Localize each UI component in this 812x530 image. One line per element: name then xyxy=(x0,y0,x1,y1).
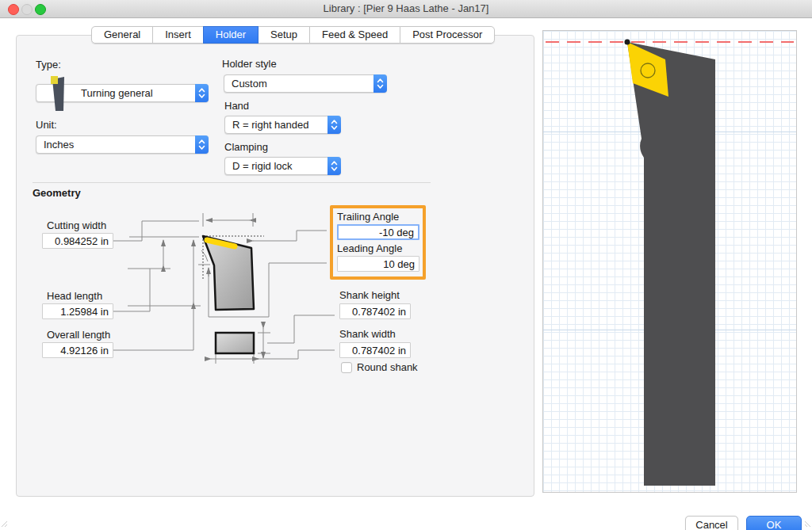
clamping-dropdown[interactable]: D = rigid lock xyxy=(224,157,341,175)
leading-angle-label: Leading Angle xyxy=(337,242,402,254)
head-length-field[interactable] xyxy=(42,303,113,319)
holder-style-label: Holder style xyxy=(222,58,277,70)
ok-button[interactable]: OK xyxy=(746,516,802,530)
geometry-section-title: Geometry xyxy=(33,187,81,199)
head-length-label: Head length xyxy=(47,290,102,302)
cutting-width-field[interactable] xyxy=(42,233,113,249)
hand-dropdown[interactable]: R = right handed xyxy=(224,116,341,134)
stepper-icon[interactable] xyxy=(327,157,341,175)
overall-length-label: Overall length xyxy=(47,329,110,341)
stepper-icon[interactable] xyxy=(195,135,209,154)
shank-height-label: Shank height xyxy=(339,289,400,301)
trailing-angle-field[interactable] xyxy=(337,224,419,240)
title-bar: Library : [Pier 9 Haas Lathe - Jan17] xyxy=(0,0,812,18)
type-label: Type: xyxy=(36,59,61,71)
unit-dropdown[interactable]: Inches xyxy=(36,135,209,154)
leading-angle-field[interactable] xyxy=(337,256,419,272)
tab-general[interactable]: General xyxy=(91,26,153,44)
shank-width-field[interactable] xyxy=(339,342,411,358)
tool-tip-point xyxy=(625,40,630,45)
overall-length-field[interactable] xyxy=(42,342,113,358)
holder-style-value: Custom xyxy=(224,78,373,90)
stepper-icon[interactable] xyxy=(195,84,209,102)
holder-body-shape xyxy=(627,42,715,486)
hand-label: Hand xyxy=(224,100,249,112)
tab-holder[interactable]: Holder xyxy=(203,26,259,44)
window-title: Library : [Pier 9 Haas Lathe - Jan17] xyxy=(0,2,812,14)
tab-feed-speed[interactable]: Feed & Speed xyxy=(309,26,400,44)
tab-insert[interactable]: Insert xyxy=(152,26,204,44)
section-divider xyxy=(33,182,431,183)
shank-width-label: Shank width xyxy=(339,328,396,340)
holder-tab-panel: Type: Turning general Unit: Inches Holde… xyxy=(16,35,534,497)
tab-strip: General Insert Holder Setup Feed & Speed… xyxy=(91,26,495,44)
holder-style-dropdown[interactable]: Custom xyxy=(224,74,387,93)
resize-grip-left[interactable] xyxy=(1,520,9,528)
tab-post-processor[interactable]: Post Processor xyxy=(400,26,495,44)
clamping-label: Clamping xyxy=(224,141,268,153)
library-dialog: { "window": { "title": "Library : [Pier … xyxy=(0,0,812,530)
holder-dimension-diagram xyxy=(113,203,343,373)
hand-value: R = right handed xyxy=(225,119,327,131)
unit-value: Inches xyxy=(36,139,195,151)
tool-preview-viewport xyxy=(542,30,797,493)
tool-preview-drawing xyxy=(543,31,796,492)
shank-height-field[interactable] xyxy=(339,303,411,319)
clamping-value: D = rigid lock xyxy=(225,160,327,172)
resize-grip-right[interactable] xyxy=(803,520,811,528)
turning-tool-icon xyxy=(48,74,67,112)
cancel-button[interactable]: Cancel xyxy=(685,516,738,530)
tab-setup[interactable]: Setup xyxy=(258,26,310,44)
stepper-icon[interactable] xyxy=(373,74,387,93)
round-shank-label: Round shank xyxy=(357,361,418,373)
trailing-angle-label: Trailing Angle xyxy=(337,211,399,223)
stepper-icon[interactable] xyxy=(327,116,341,134)
unit-label: Unit: xyxy=(36,119,57,131)
cutting-width-label: Cutting width xyxy=(47,219,106,231)
